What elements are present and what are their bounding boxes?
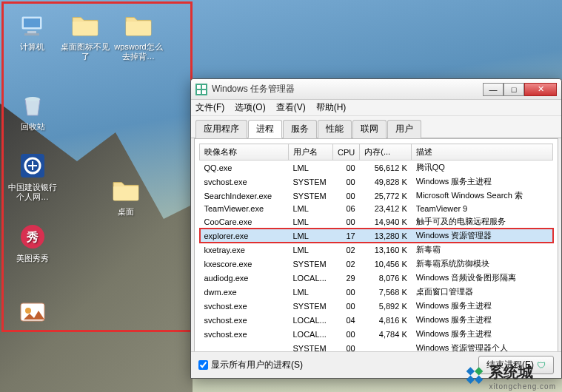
svg-rect-19 [466, 376, 475, 384]
svg-rect-15 [202, 90, 206, 94]
window-icon [195, 84, 207, 95]
desktop-icon-computer[interactable]: 计算机 [6, 9, 58, 63]
titlebar[interactable]: Windows 任务管理器 — □ ✕ [191, 79, 561, 100]
svg-rect-2 [27, 31, 36, 33]
task-manager-window: Windows 任务管理器 — □ ✕ 文件(F) 选项(O) 查看(V) 帮助… [190, 78, 562, 379]
table-row[interactable]: QQ.exeLML0056,612 K腾讯QQ [200, 160, 553, 175]
brand-name: 系统城 [489, 362, 556, 382]
table-row[interactable]: SearchIndexer.exeSYSTEM0025,772 KMicroso… [200, 189, 553, 203]
icon-label: 桌面 [118, 207, 134, 217]
app-icon: 秀 [18, 222, 47, 251]
svg-rect-17 [466, 367, 475, 375]
desktop-icon-meitu[interactable]: 秀 美图秀秀 [6, 220, 59, 265]
table-row[interactable]: svchost.exeLOCAL...004,784 KWindows 服务主进… [200, 327, 553, 341]
svg-rect-12 [197, 85, 201, 89]
table-row[interactable]: svchost.exeSYSTEM005,892 KWindows 服务主进程 [200, 299, 553, 313]
icon-label: 桌面图标不见了 [61, 42, 110, 61]
table-row[interactable]: kxetray.exeLML0213,160 K新毒霸 [200, 243, 553, 257]
window-title: Windows 任务管理器 [212, 83, 483, 95]
show-all-users-checkbox[interactable]: 显示所有用户的进程(S) [198, 359, 303, 371]
table-row[interactable]: audiodg.exeLOCAL...298,076 KWindows 音频设备… [200, 271, 553, 285]
icon-label: 计算机 [20, 42, 44, 52]
svg-rect-13 [202, 85, 206, 89]
col-description[interactable]: 描述 [412, 144, 553, 160]
tab-users[interactable]: 用户 [387, 120, 421, 138]
svg-text:秀: 秀 [26, 231, 39, 243]
menu-view[interactable]: 查看(V) [276, 101, 306, 114]
col-user[interactable]: 用户名 [289, 144, 333, 160]
process-list: 映像名称 用户名 CPU 内存(... 描述 QQ.exeLML0056,612… [194, 138, 558, 363]
desktop-icon-column: 回收站 中国建设银行个人网… 秀 美图秀秀 桌面 [6, 89, 59, 331]
svg-rect-18 [475, 376, 483, 384]
desktop-icon-row: 计算机 桌面图标不见了 wpsword怎么去掉背… [6, 9, 164, 63]
table-row[interactable]: explorer.exeLML1713,280 KWindows 资源管理器 [200, 229, 553, 243]
menubar: 文件(F) 选项(O) 查看(V) 帮助(H) [191, 100, 561, 116]
app-icon [18, 297, 47, 327]
close-button[interactable]: ✕ [524, 83, 557, 96]
svg-point-10 [25, 308, 31, 314]
menu-options[interactable]: 选项(O) [235, 101, 265, 114]
col-cpu[interactable]: CPU [333, 144, 360, 160]
table-row[interactable]: CooCare.exeLML0014,940 K触手可及的电脑远程服务 [200, 214, 553, 229]
icon-label: 中国建设银行个人网… [7, 183, 58, 202]
recycle-icon [18, 90, 47, 120]
desktop-icon-folder-1[interactable]: 桌面图标不见了 [59, 9, 111, 63]
menu-help[interactable]: 帮助(H) [316, 101, 347, 114]
desktop-icon-pic[interactable] [6, 296, 59, 331]
folder-icon [111, 175, 141, 205]
svg-rect-14 [197, 90, 201, 94]
app-icon [18, 151, 47, 180]
tab-networking[interactable]: 联网 [352, 120, 387, 138]
minimize-button[interactable]: — [483, 83, 504, 96]
folder-icon [70, 10, 100, 40]
process-table: 映像名称 用户名 CPU 内存(... 描述 QQ.exeLML0056,612… [199, 143, 553, 355]
menu-file[interactable]: 文件(F) [195, 101, 224, 114]
table-row[interactable]: svchost.exeSYSTEM0049,828 KWindows 服务主进程 [200, 175, 553, 189]
folder-icon [124, 10, 153, 40]
tab-applications[interactable]: 应用程序 [195, 120, 247, 138]
window-buttons: — □ ✕ [483, 83, 557, 96]
desktop-icon-ccb[interactable]: 中国建设银行个人网… [6, 149, 59, 203]
brand-sub: xitongcheng.com [489, 382, 556, 391]
brand-logo-icon [465, 367, 484, 386]
desktop-icon-folder-2[interactable]: wpsword怎么去掉背… [113, 9, 164, 63]
table-row[interactable]: dwm.exeLML007,568 K桌面窗口管理器 [200, 285, 553, 299]
svg-rect-3 [24, 33, 39, 36]
tab-performance[interactable]: 性能 [318, 120, 352, 138]
icon-label: wpsword怎么去掉背… [114, 42, 163, 61]
svg-rect-16 [475, 367, 483, 375]
tab-services[interactable]: 服务 [283, 120, 317, 138]
svg-point-4 [25, 97, 40, 101]
tab-strip: 应用程序 进程 服务 性能 联网 用户 [191, 116, 561, 138]
table-row[interactable]: svchost.exeLOCAL...044,816 KWindows 服务主进… [200, 313, 553, 327]
table-row[interactable]: TeamViewer.exeLML0623,412 KTeamViewer 9 [200, 203, 553, 214]
watermark: 系统城 xitongcheng.com [465, 362, 556, 391]
table-row[interactable]: kxescore.exeSYSTEM0210,456 K新毒霸系统防御模块 [200, 257, 553, 271]
tab-processes[interactable]: 进程 [248, 120, 282, 138]
desktop-icon-recycle[interactable]: 回收站 [6, 89, 59, 133]
svg-rect-1 [24, 18, 40, 27]
icon-label: 美图秀秀 [16, 254, 49, 263]
checkbox-label: 显示所有用户的进程(S) [211, 359, 303, 371]
col-memory[interactable]: 内存(... [360, 144, 412, 160]
computer-icon [17, 10, 47, 40]
icon-label: 回收站 [21, 122, 45, 132]
maximize-button[interactable]: □ [504, 83, 524, 96]
checkbox-input[interactable] [198, 360, 208, 370]
desktop-icon-folder-desktop[interactable]: 桌面 [110, 174, 142, 218]
col-image-name[interactable]: 映像名称 [200, 144, 289, 160]
